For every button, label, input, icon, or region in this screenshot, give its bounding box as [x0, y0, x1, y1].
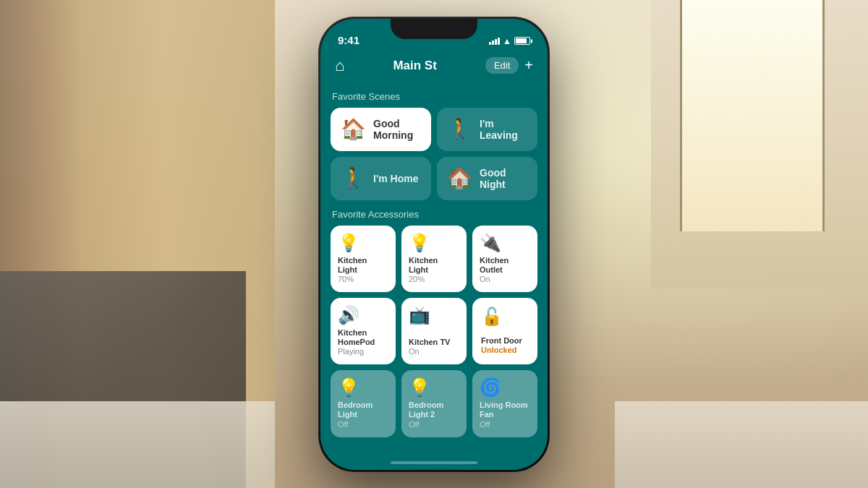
kitchen-outlet-status: On [480, 275, 530, 283]
kitchen-homepod-icon: 🔊 [338, 307, 388, 324]
kitchen-tv-icon: 📺 [409, 307, 459, 324]
status-time: 9:41 [338, 34, 359, 46]
bedroom-light-info: Bedroom Light Off [338, 401, 388, 428]
counter-right [615, 401, 868, 488]
notch [391, 19, 477, 39]
accessories-section-label: Favorite Accessories [320, 200, 548, 226]
good-night-label: Good Night [480, 167, 527, 190]
edit-button[interactable]: Edit [485, 57, 519, 74]
accessory-kitchen-outlet[interactable]: 🔌 Kitchen Outlet On [472, 226, 537, 292]
living-room-fan-name: Living Room Fan [480, 401, 530, 419]
add-button[interactable]: + [524, 57, 533, 74]
kitchen-tv-info: Kitchen TV On [409, 338, 459, 356]
window [680, 0, 825, 231]
bedroom-light-icon: 💡 [338, 379, 388, 396]
accessory-kitchen-light-1[interactable]: 💡 Kitchen Light 70% [331, 226, 396, 292]
wifi-icon: ▲ [503, 36, 511, 46]
nav-actions: Edit + [485, 57, 533, 74]
kitchen-homepod-status: Playing [338, 347, 388, 356]
scenes-section-label: Favorite Scenes [320, 82, 548, 108]
kitchen-light-2-info: Kitchen Light 20% [409, 256, 459, 283]
signal-bars-icon [489, 38, 500, 45]
home-indicator [391, 461, 477, 464]
scene-good-night[interactable]: 🏠 Good Night [437, 157, 537, 200]
nav-bar: ⌂ Main St Edit + [320, 51, 548, 82]
bedroom-light-name: Bedroom Light [338, 401, 388, 419]
accessory-kitchen-light-2[interactable]: 💡 Kitchen Light 20% [401, 226, 467, 292]
accessory-living-room-fan[interactable]: 🌀 Living Room Fan Off [472, 370, 537, 437]
accessory-front-door[interactable]: 🔓 Front Door Unlocked [472, 298, 537, 364]
good-morning-icon: 🏠 [341, 119, 366, 140]
scene-good-morning[interactable]: 🏠 Good Morning [331, 108, 431, 151]
bedroom-light-status: Off [338, 420, 388, 429]
bedroom-light-2-status: Off [409, 420, 459, 429]
scene-im-leaving[interactable]: 🚶 I'm Leaving [437, 108, 537, 151]
nav-location-title: Main St [393, 59, 436, 73]
kitchen-light-2-status: 20% [409, 275, 459, 283]
im-leaving-icon: 🚶 [447, 119, 472, 140]
kitchen-light-2-icon: 💡 [409, 234, 459, 252]
counter-left [0, 401, 275, 488]
accessories-grid: 💡 Kitchen Light 70% 💡 Kitchen Light [320, 226, 548, 448]
accessory-kitchen-homepod[interactable]: 🔊 Kitchen HomePod Playing [331, 298, 396, 364]
kitchen-outlet-name: Kitchen Outlet [480, 256, 530, 275]
im-home-label: I'm Home [373, 173, 418, 184]
phone-inner: 9:41 ▲ [320, 19, 548, 470]
phone: 9:41 ▲ [318, 17, 550, 472]
kitchen-tv-status: On [409, 347, 459, 356]
accessory-kitchen-tv[interactable]: 📺 Kitchen TV On [401, 298, 467, 364]
scroll-content: Favorite Scenes 🏠 Good Morning 🚶 I'm Lea… [320, 82, 548, 470]
bedroom-light-2-icon: 💡 [409, 379, 459, 396]
kitchen-tv-name: Kitchen TV [409, 338, 459, 347]
kitchen-outlet-info: Kitchen Outlet On [480, 256, 530, 283]
living-room-fan-info: Living Room Fan Off [480, 401, 530, 428]
accessory-bedroom-light-2[interactable]: 💡 Bedroom Light 2 Off [401, 370, 467, 437]
home-icon[interactable]: ⌂ [335, 56, 344, 75]
bedroom-light-2-name: Bedroom Light 2 [409, 401, 459, 419]
front-door-icon: 🔓 [481, 308, 529, 325]
status-icons: ▲ [489, 36, 530, 46]
bedroom-light-2-info: Bedroom Light 2 Off [409, 401, 459, 428]
kitchen-homepod-name: Kitchen HomePod [338, 328, 388, 347]
scene-im-home[interactable]: 🚶 I'm Home [331, 157, 431, 200]
kitchen-light-1-name: Kitchen Light [338, 256, 388, 275]
living-room-fan-icon: 🌀 [480, 379, 530, 396]
living-room-fan-status: Off [480, 420, 530, 429]
scenes-grid: 🏠 Good Morning 🚶 I'm Leaving 🚶 I'm Home [320, 108, 548, 200]
kitchen-light-1-status: 70% [338, 275, 388, 283]
good-morning-label: Good Morning [373, 118, 421, 141]
accessory-bedroom-light[interactable]: 💡 Bedroom Light Off [331, 370, 396, 437]
kitchen-outlet-icon: 🔌 [480, 234, 530, 252]
nav-title-area: Main St [393, 59, 436, 73]
front-door-name: Front Door [481, 336, 529, 346]
front-door-info: Front Door Unlocked [481, 336, 529, 354]
front-door-status: Unlocked [481, 346, 529, 354]
battery-icon [514, 37, 530, 45]
phone-outer: 9:41 ▲ [318, 17, 550, 472]
phone-screen: 9:41 ▲ [320, 19, 548, 470]
kitchen-light-1-icon: 💡 [338, 234, 388, 252]
im-home-icon: 🚶 [341, 168, 366, 189]
im-leaving-label: I'm Leaving [480, 118, 527, 141]
kitchen-homepod-info: Kitchen HomePod Playing [338, 328, 388, 356]
good-night-icon: 🏠 [447, 168, 472, 189]
kitchen-light-2-name: Kitchen Light [409, 256, 459, 275]
kitchen-light-1-info: Kitchen Light 70% [338, 256, 388, 283]
